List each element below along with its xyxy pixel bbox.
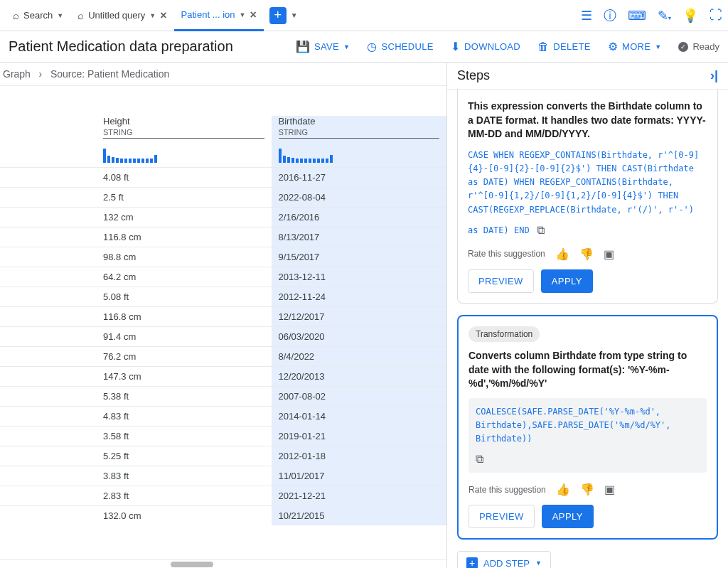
cell-blank bbox=[0, 347, 96, 366]
cell-blank bbox=[0, 227, 96, 247]
horizontal-scrollbar[interactable] bbox=[0, 559, 446, 568]
bulb-icon[interactable]: 💡 bbox=[682, 8, 698, 23]
copy-icon[interactable]: ⧉ bbox=[537, 224, 545, 237]
cell-blank bbox=[0, 168, 96, 187]
column-header-birthdate[interactable]: Birthdate STRING bbox=[272, 116, 447, 167]
preview-button[interactable]: PREVIEW bbox=[469, 505, 535, 528]
cell-birthdate: 12/20/2013 bbox=[272, 367, 447, 386]
fullscreen-icon[interactable]: ⛶ bbox=[710, 8, 722, 23]
query-icon: ⌕ bbox=[77, 9, 84, 21]
search-icon: ⌕ bbox=[13, 9, 19, 21]
cell-height: 132 cm bbox=[96, 208, 272, 227]
delete-button[interactable]: 🗑DELETE bbox=[537, 41, 591, 53]
thumbs-down-icon[interactable]: 👎 bbox=[579, 247, 594, 261]
table-row[interactable]: 64.2 cm2013-12-11 bbox=[0, 267, 446, 286]
trash-icon: 🗑 bbox=[537, 41, 549, 53]
table-row[interactable]: 4.08 ft2016-11-27 bbox=[0, 167, 446, 187]
steps-title: Steps bbox=[457, 68, 490, 83]
schedule-button[interactable]: ◷SCHEDULE bbox=[367, 40, 434, 53]
magic-icon[interactable]: ✎▾ bbox=[658, 8, 671, 23]
cell-height: 4.83 ft bbox=[96, 407, 272, 426]
thumbs-up-icon[interactable]: 👍 bbox=[556, 483, 570, 496]
table-row[interactable]: 2.83 ft2021-12-21 bbox=[0, 486, 446, 505]
close-icon[interactable]: × bbox=[160, 9, 166, 22]
tab-untitled-query[interactable]: ⌕ Untitled query ▼ × bbox=[70, 0, 173, 31]
table-row[interactable]: 4.83 ft2014-01-14 bbox=[0, 406, 446, 426]
cell-birthdate: 10/21/2015 bbox=[272, 506, 447, 525]
chevron-down-icon: ▼ bbox=[240, 11, 246, 18]
cell-birthdate: 2/16/2016 bbox=[272, 208, 447, 227]
table-row[interactable]: 2.5 ft2022-08-04 bbox=[0, 187, 446, 207]
tab-bar: ⌕ Search ▼ ⌕ Untitled query ▼ × Patient … bbox=[0, 0, 728, 31]
card-description: Converts column Birthdate from type stri… bbox=[469, 349, 707, 391]
grid-body[interactable]: 4.08 ft2016-11-272.5 ft2022-08-04132 cm2… bbox=[0, 167, 446, 568]
download-icon: ⬇ bbox=[451, 40, 460, 53]
sql-code-tail: as DATE) END bbox=[468, 224, 530, 237]
apply-button[interactable]: APPLY bbox=[542, 505, 594, 528]
table-row[interactable]: 116.8 cm8/13/2017 bbox=[0, 227, 446, 247]
cell-birthdate: 2012-11-24 bbox=[272, 287, 447, 306]
table-row[interactable]: 76.2 cm8/4/2022 bbox=[0, 346, 446, 366]
cell-blank bbox=[0, 446, 96, 466]
table-row[interactable]: 147.3 cm12/20/2013 bbox=[0, 366, 446, 386]
info-icon[interactable]: ⓘ bbox=[604, 7, 616, 24]
sparkline bbox=[279, 139, 440, 167]
collapse-icon[interactable]: ›| bbox=[710, 68, 718, 83]
cell-blank bbox=[0, 466, 96, 486]
cell-birthdate: 2019-01-21 bbox=[272, 427, 447, 446]
cell-blank bbox=[0, 267, 96, 286]
column-header-height[interactable]: Height STRING bbox=[96, 116, 272, 167]
cell-blank bbox=[0, 287, 96, 306]
card-description: This expression converts the Birthdate c… bbox=[468, 100, 707, 141]
chevron-down-icon: ▼ bbox=[535, 559, 542, 567]
preview-button[interactable]: PREVIEW bbox=[468, 269, 534, 293]
breadcrumb-item[interactable]: Graph bbox=[3, 68, 31, 80]
table-row[interactable]: 5.38 ft2007-08-02 bbox=[0, 386, 446, 406]
chevron-down-icon: ▼ bbox=[57, 12, 63, 19]
thumbs-up-icon[interactable]: 👍 bbox=[555, 247, 569, 261]
cell-birthdate: 11/01/2017 bbox=[272, 466, 447, 486]
feedback-icon[interactable]: ▣ bbox=[604, 483, 615, 496]
top-icon-bar: ☰ ⓘ ⌨ ✎▾ 💡 ⛶ bbox=[581, 7, 722, 24]
copy-icon[interactable]: ⧉ bbox=[476, 453, 483, 466]
download-button[interactable]: ⬇DOWNLOAD bbox=[451, 40, 520, 53]
close-icon[interactable]: × bbox=[250, 9, 256, 21]
add-tab-button[interactable]: + bbox=[269, 7, 287, 24]
keyboard-icon[interactable]: ⌨ bbox=[628, 8, 646, 23]
list-icon[interactable]: ☰ bbox=[581, 8, 592, 23]
thumbs-down-icon[interactable]: 👎 bbox=[580, 483, 594, 496]
more-button[interactable]: ⚙MORE▼ bbox=[608, 40, 662, 53]
scrollbar-thumb[interactable] bbox=[171, 562, 213, 567]
cell-blank bbox=[0, 506, 96, 525]
cell-height: 4.08 ft bbox=[96, 168, 272, 187]
table-row[interactable]: 132.0 cm10/21/2015 bbox=[0, 505, 446, 525]
table-row[interactable]: 3.83 ft11/01/2017 bbox=[0, 466, 446, 486]
cell-height: 3.58 ft bbox=[96, 427, 272, 446]
cell-height: 64.2 cm bbox=[96, 267, 272, 286]
sql-code: COALESCE(SAFE.PARSE_DATE('%Y-%m-%d', Bir… bbox=[476, 405, 700, 446]
table-row[interactable]: 98.8 cm9/15/2017 bbox=[0, 247, 446, 267]
tab-search[interactable]: ⌕ Search ▼ bbox=[6, 0, 70, 31]
cell-height: 116.8 cm bbox=[96, 227, 272, 247]
cell-height: 76.2 cm bbox=[96, 347, 272, 366]
table-row[interactable]: 5.25 ft2012-01-18 bbox=[0, 446, 446, 466]
add-step-button[interactable]: + ADD STEP ▼ bbox=[457, 551, 551, 568]
tab-label: Untitled query bbox=[88, 10, 145, 21]
tab-label: Search bbox=[23, 10, 53, 21]
table-row[interactable]: 132 cm2/16/2016 bbox=[0, 207, 446, 227]
transformation-chip: Transformation bbox=[469, 326, 540, 342]
check-icon: ✓ bbox=[678, 42, 688, 52]
table-row[interactable]: 5.08 ft2012-11-24 bbox=[0, 286, 446, 306]
cell-height: 5.08 ft bbox=[96, 287, 272, 306]
table-row[interactable]: 91.4 cm06/03/2020 bbox=[0, 326, 446, 346]
breadcrumb-item[interactable]: Source: Patient Medication bbox=[50, 68, 169, 80]
table-row[interactable]: 3.58 ft2019-01-21 bbox=[0, 426, 446, 446]
apply-button[interactable]: APPLY bbox=[541, 269, 593, 293]
cell-blank bbox=[0, 247, 96, 267]
tab-patient-medication[interactable]: Patient ... ion ▼ × bbox=[174, 1, 264, 31]
sparkline bbox=[103, 139, 264, 167]
save-button[interactable]: 💾SAVE▼ bbox=[296, 40, 350, 53]
table-row[interactable]: 116.8 cm12/12/2017 bbox=[0, 306, 446, 326]
chevron-down-icon[interactable]: ▼ bbox=[291, 11, 298, 19]
feedback-icon[interactable]: ▣ bbox=[604, 247, 614, 261]
